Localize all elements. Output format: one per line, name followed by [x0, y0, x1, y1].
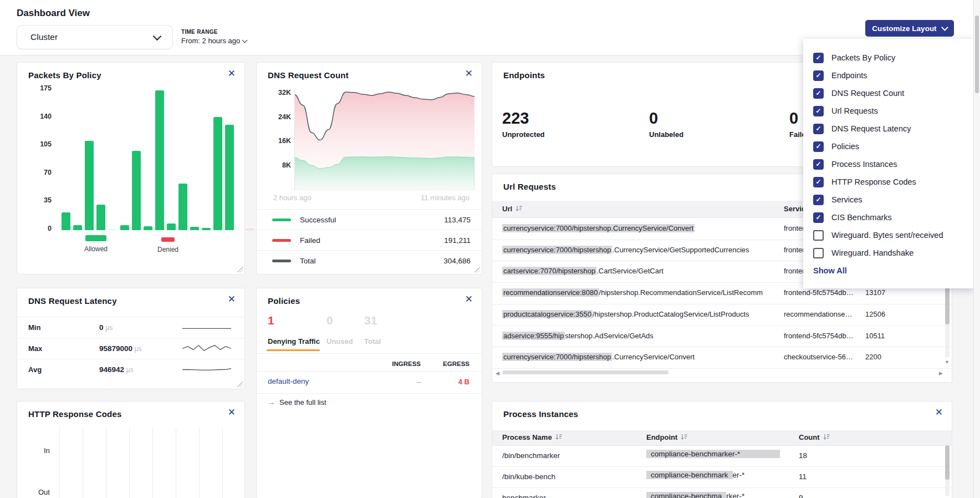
menu-item-dns-request-count[interactable]: ✓DNS Request Count: [803, 84, 974, 102]
sort-icon[interactable]: [555, 434, 563, 442]
resize-handle[interactable]: [474, 267, 480, 272]
checkbox-checked[interactable]: ✓: [813, 159, 824, 170]
menu-item-http-response-codes[interactable]: ✓HTTP Response Codes: [803, 173, 974, 191]
failed-swatch: [272, 239, 291, 242]
menu-item-url-requests[interactable]: ✓Url Requests: [803, 102, 974, 120]
menu-item-policies[interactable]: ✓Policies: [803, 138, 974, 155]
service-cell: frontend-5fc5754db…: [784, 288, 857, 297]
checkbox-checked[interactable]: ✓: [813, 124, 824, 134]
legend-value: 191,211: [444, 236, 471, 245]
count-cell: 2200: [865, 353, 904, 361]
scroll-left-arrow-icon[interactable]: ◀: [496, 370, 499, 376]
policy-name-link[interactable]: default-deny: [268, 377, 309, 385]
checkbox-checked[interactable]: ✓: [813, 106, 824, 116]
time-range-from-value: From: 2 hours ago: [181, 37, 240, 45]
checkbox-checked[interactable]: ✓: [813, 212, 824, 223]
stat-value: 223: [502, 109, 545, 128]
resize-handle[interactable]: [237, 382, 243, 387]
close-icon[interactable]: ✕: [228, 294, 236, 304]
menu-item-packets-by-policy[interactable]: ✓Packets By Policy: [803, 49, 974, 67]
legend-value: 304,686: [443, 257, 471, 265]
close-icon[interactable]: ✕: [465, 69, 473, 78]
legend-label: Allowed: [84, 245, 108, 253]
panel-title: HTTP Response Codes: [28, 409, 122, 419]
sort-icon[interactable]: [823, 434, 830, 442]
view-selector-value: Cluster: [30, 32, 58, 42]
count-cell: 9: [799, 494, 838, 498]
menu-item-process-instances[interactable]: ✓Process Instances: [803, 155, 974, 173]
url-highlighted-text: currencyservice:7000/hipstershop: [502, 353, 612, 361]
checkbox-checked[interactable]: ✓: [813, 53, 824, 63]
checkbox-checked[interactable]: ✓: [813, 177, 824, 187]
url-table-row[interactable]: adservice:9555/hipstershop.AdService/Get…: [492, 326, 952, 348]
scrollbar-thumb[interactable]: [945, 445, 950, 480]
see-full-list-link[interactable]: →See the full list: [268, 398, 326, 406]
close-icon[interactable]: ✕: [228, 408, 236, 417]
x-axis-start-label: 2 hours ago: [273, 194, 312, 202]
menu-item-endpoints[interactable]: ✓Endpoints: [803, 67, 974, 84]
bar-allowed: [132, 151, 141, 230]
process-table-row[interactable]: /bin/kube-benchcompliance-benchmarker-*1…: [492, 466, 952, 488]
page-scrollbar-thumb[interactable]: [975, 16, 979, 93]
endpoint-text: er-*: [733, 471, 745, 479]
bar-allowed: [202, 228, 211, 230]
latency-row-max: Max95879000 µs: [17, 338, 244, 359]
sort-icon[interactable]: [681, 434, 688, 442]
process-table-row[interactable]: /bin/benchmarkercompliance-benchmarker-*…: [492, 445, 952, 467]
menu-item-dns-request-latency[interactable]: ✓DNS Request Latency: [803, 120, 974, 138]
column-header-url: Url: [502, 205, 523, 214]
close-icon[interactable]: ✕: [935, 408, 943, 417]
panel-title: Policies: [268, 296, 300, 306]
policies-tab-count-unused: 0: [326, 314, 333, 327]
legend-label: Failed: [300, 236, 320, 245]
checkbox-checked[interactable]: ✓: [813, 88, 824, 99]
panel-process-instances: Process Instances ✕ Process NameEndpoint…: [492, 401, 952, 498]
process-table-header: Process NameEndpointCount: [492, 430, 952, 446]
view-selector-dropdown[interactable]: Cluster: [17, 25, 173, 49]
url-table-row[interactable]: productcatalogservice:3550/hipstershop.P…: [492, 304, 952, 326]
customize-layout-menu: ✓Packets By Policy✓Endpoints✓DNS Request…: [803, 39, 974, 288]
sort-icon[interactable]: [515, 205, 523, 214]
menu-item-services[interactable]: ✓Services: [803, 191, 974, 209]
customize-layout-button[interactable]: Customize Layout: [865, 20, 954, 37]
y-tick-label: 16K: [264, 137, 291, 145]
menu-item-wireguard-handshake[interactable]: Wireguard. Handshake: [803, 244, 974, 262]
bar-allowed: [190, 227, 199, 230]
policies-tab-unused[interactable]: Unused: [326, 337, 353, 345]
bar-allowed: [225, 125, 234, 230]
checkbox-checked[interactable]: ✓: [813, 141, 824, 152]
close-icon[interactable]: ✕: [465, 294, 473, 304]
column-header-count: Count: [799, 433, 830, 442]
scroll-down-arrow-icon[interactable]: ▼: [945, 359, 950, 365]
packets-bar-chart: [17, 63, 244, 274]
endpoint-highlighted-text: compliance-benchmarker-*: [646, 450, 780, 458]
process-table-row[interactable]: benchmarkercompliance-benchmarker-*9: [492, 487, 952, 498]
url-table-row[interactable]: currencyservice:7000/hipstershop.Currenc…: [492, 347, 952, 369]
checkbox-checked[interactable]: ✓: [813, 70, 824, 81]
vertical-scrollbar[interactable]: [945, 445, 950, 496]
url-text: .CurrencyService/Convert: [612, 353, 695, 361]
time-range-from-dropdown[interactable]: From: 2 hours ago: [181, 37, 247, 45]
menu-items: ✓Packets By Policy✓Endpoints✓DNS Request…: [803, 49, 974, 262]
show-all-link[interactable]: Show All: [813, 266, 974, 275]
http-chart-gridlines: [59, 428, 229, 498]
menu-item-label: Url Requests: [831, 106, 878, 115]
scroll-right-arrow-icon[interactable]: ▶: [939, 370, 943, 376]
menu-item-cis-benchmarks[interactable]: ✓CIS Benchmarks: [803, 209, 974, 226]
policies-tab-total[interactable]: Total: [364, 337, 381, 345]
latency-row-min: Min0 µs: [17, 317, 244, 338]
policies-tab-denying-traffic[interactable]: Denying Traffic: [268, 337, 320, 345]
successful-swatch: [272, 218, 291, 221]
legend-denied: Denied: [151, 236, 185, 253]
legend-allowed: Allowed: [79, 235, 113, 253]
checkbox-unchecked[interactable]: [813, 248, 824, 258]
checkbox-checked[interactable]: ✓: [813, 195, 824, 205]
page-scrollbar[interactable]: [973, 0, 980, 498]
process-name-cell: benchmarker: [502, 494, 641, 498]
count-cell: 11: [799, 472, 838, 481]
url-highlighted-text: adservice:9555/hip: [502, 332, 565, 340]
checkbox-unchecked[interactable]: [813, 230, 824, 241]
resize-handle[interactable]: [237, 267, 243, 272]
horizontal-scrollbar-thumb[interactable]: [502, 370, 668, 374]
menu-item-wireguard-bytes-sent-received[interactable]: Wireguard. Bytes sent/received: [803, 226, 974, 244]
